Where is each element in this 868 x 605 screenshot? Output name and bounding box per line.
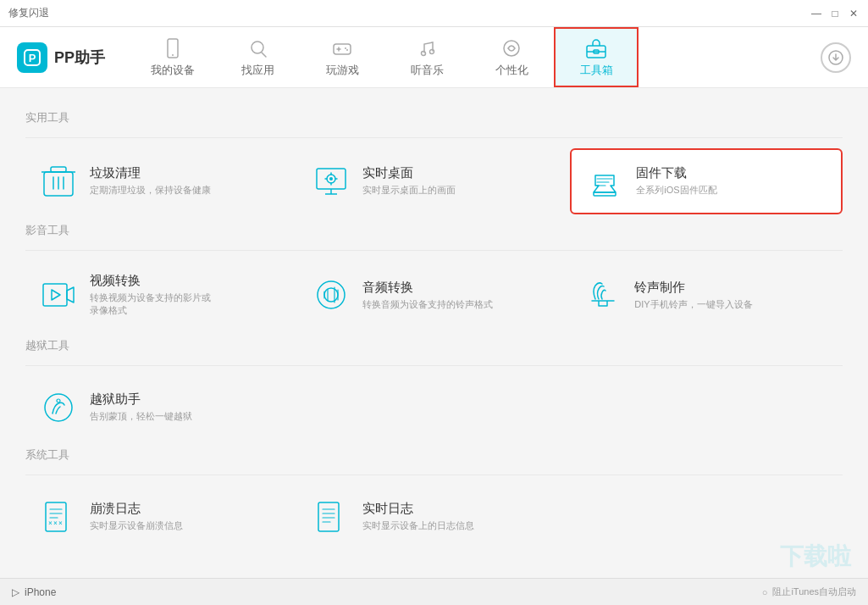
- tab-personalize[interactable]: 个性化: [469, 27, 554, 87]
- svg-point-8: [345, 47, 346, 49]
- audio-convert-name: 音频转换: [362, 280, 493, 296]
- video-convert-info: 视频转换 转换视频为设备支持的影片或录像格式: [90, 273, 211, 318]
- toolbox-icon: [585, 37, 607, 59]
- tab-music[interactable]: 听音乐: [384, 27, 469, 87]
- divider-jailbreak: [25, 365, 843, 366]
- tab-find-app-label: 找应用: [241, 63, 274, 78]
- firmware-download-icon: [585, 162, 624, 201]
- trash-clean-name: 垃圾清理: [90, 165, 211, 181]
- jailbreak-helper-info: 越狱助手 告别蒙顶，轻松一键越狱: [90, 391, 192, 423]
- close-button[interactable]: ✕: [848, 8, 860, 19]
- tool-jailbreak-helper[interactable]: 越狱助手 告别蒙顶，轻松一键越狱: [25, 376, 298, 439]
- tab-play-game[interactable]: 玩游戏: [300, 27, 384, 87]
- realtime-desktop-name: 实时桌面: [362, 165, 456, 181]
- video-convert-desc: 转换视频为设备支持的影片或录像格式: [90, 291, 211, 318]
- section-media-title: 影音工具: [25, 223, 843, 238]
- download-button[interactable]: [821, 42, 851, 73]
- tools-grid-system: × × × 崩溃日志 实时显示设备崩溃信息: [25, 486, 843, 548]
- svg-rect-6: [334, 44, 351, 54]
- divider-practical: [25, 137, 843, 138]
- jailbreak-helper-desc: 告别蒙顶，轻松一键越狱: [90, 410, 192, 423]
- tab-my-device[interactable]: 我的设备: [130, 27, 215, 87]
- tools-grid-jailbreak: 越狱助手 告别蒙顶，轻松一键越狱: [25, 376, 843, 439]
- jailbreak-helper-icon: [39, 388, 78, 427]
- jailbreak-helper-name: 越狱助手: [90, 391, 192, 408]
- play-game-icon: [331, 37, 353, 59]
- realtime-log-name: 实时日志: [362, 501, 474, 517]
- tool-video-convert[interactable]: 视频转换 转换视频为设备支持的影片或录像格式: [25, 261, 298, 330]
- svg-point-3: [172, 54, 174, 56]
- svg-text:×: ×: [58, 519, 63, 527]
- divider-system: [25, 475, 843, 475]
- ringtone-make-desc: DIY手机铃声，一键导入设备: [634, 298, 752, 311]
- maximize-button[interactable]: □: [829, 8, 841, 19]
- tools-grid-media: 视频转换 转换视频为设备支持的影片或录像格式 音频转换 转换音频为设备支持的铃声…: [25, 261, 843, 330]
- personalize-icon: [500, 37, 522, 59]
- tab-find-app[interactable]: 找应用: [215, 27, 300, 87]
- svg-text:P: P: [29, 52, 36, 64]
- crash-log-info: 崩溃日志 实时显示设备崩溃信息: [90, 501, 183, 532]
- audio-convert-desc: 转换音频为设备支持的铃声格式: [362, 298, 493, 311]
- tool-crash-log[interactable]: × × × 崩溃日志 实时显示设备崩溃信息: [25, 486, 298, 548]
- ringtone-make-icon: [583, 275, 622, 314]
- svg-point-12: [422, 51, 426, 55]
- trash-clean-desc: 定期清理垃圾，保持设备健康: [90, 184, 211, 197]
- tab-toolbox-label: 工具箱: [580, 63, 613, 78]
- tool-ringtone-make[interactable]: 铃声制作 DIY手机铃声，一键导入设备: [570, 261, 843, 330]
- trash-clean-icon: [39, 162, 78, 201]
- realtime-log-info: 实时日志 实时显示设备上的日志信息: [362, 501, 474, 532]
- status-left: ▷ iPhone: [12, 586, 56, 598]
- tool-trash-clean[interactable]: 垃圾清理 定期清理垃圾，保持设备健康: [25, 148, 298, 214]
- audio-convert-icon: [312, 275, 351, 314]
- divider-media: [25, 250, 843, 251]
- svg-line-5: [262, 53, 266, 57]
- realtime-desktop-desc: 实时显示桌面上的画面: [362, 184, 456, 197]
- crash-log-desc: 实时显示设备崩溃信息: [90, 519, 183, 532]
- svg-point-9: [346, 49, 348, 51]
- realtime-log-icon: [312, 497, 351, 536]
- realtime-log-desc: 实时显示设备上的日志信息: [362, 519, 474, 532]
- logo-text: PP助手: [54, 47, 105, 68]
- tab-personalize-label: 个性化: [495, 63, 528, 78]
- nav-bar-right: [821, 42, 851, 73]
- section-jailbreak-title: 越狱工具: [25, 338, 843, 353]
- nav-tabs: 我的设备 找应用: [130, 27, 821, 87]
- svg-point-29: [329, 177, 333, 180]
- ringtone-make-name: 铃声制作: [634, 280, 752, 296]
- minimize-button[interactable]: —: [810, 8, 822, 19]
- svg-point-14: [504, 41, 519, 56]
- main-content: 实用工具 垃圾清理 定期清理垃圾，保持设备健康: [0, 88, 868, 578]
- tool-firmware-download[interactable]: 固件下载 全系列iOS固件匹配: [570, 148, 843, 214]
- my-device-icon: [162, 37, 184, 59]
- video-convert-name: 视频转换: [90, 273, 211, 289]
- device-arrow-icon: ▷: [12, 586, 19, 598]
- tab-music-label: 听音乐: [411, 63, 444, 78]
- tab-play-game-label: 玩游戏: [326, 63, 359, 78]
- svg-point-4: [252, 42, 263, 53]
- svg-rect-31: [43, 284, 67, 306]
- logo-icon: P: [17, 42, 47, 73]
- logo: P PP助手: [17, 42, 105, 73]
- tool-realtime-log[interactable]: 实时日志 实时显示设备上的日志信息: [298, 486, 571, 548]
- device-label: iPhone: [25, 586, 56, 598]
- tools-grid-practical: 垃圾清理 定期清理垃圾，保持设备健康 实时桌面 实时显示桌面上的画面: [25, 148, 843, 214]
- firmware-download-info: 固件下载 全系列iOS固件匹配: [636, 165, 716, 197]
- svg-text:×: ×: [53, 519, 58, 527]
- audio-convert-info: 音频转换 转换音频为设备支持的铃声格式: [362, 280, 493, 311]
- itunes-radio-icon[interactable]: ○: [762, 587, 768, 597]
- svg-point-13: [430, 49, 434, 53]
- status-right: ○ 阻止iTunes自动启动: [762, 586, 856, 598]
- tab-toolbox[interactable]: 工具箱: [554, 27, 639, 87]
- tool-realtime-desktop[interactable]: 实时桌面 实时显示桌面上的画面: [298, 148, 571, 214]
- svg-rect-45: [318, 502, 339, 531]
- status-bar: ▷ iPhone ○ 阻止iTunes自动启动: [0, 578, 868, 605]
- svg-text:×: ×: [48, 519, 53, 527]
- repair-label[interactable]: 修复闪退: [8, 6, 49, 20]
- svg-point-37: [57, 399, 60, 402]
- svg-point-33: [318, 281, 345, 308]
- crash-log-name: 崩溃日志: [90, 501, 183, 517]
- firmware-download-desc: 全系列iOS固件匹配: [636, 184, 716, 197]
- tool-audio-convert[interactable]: 音频转换 转换音频为设备支持的铃声格式: [298, 261, 571, 330]
- svg-point-34: [324, 288, 338, 302]
- title-bar-left: 修复闪退: [8, 6, 49, 20]
